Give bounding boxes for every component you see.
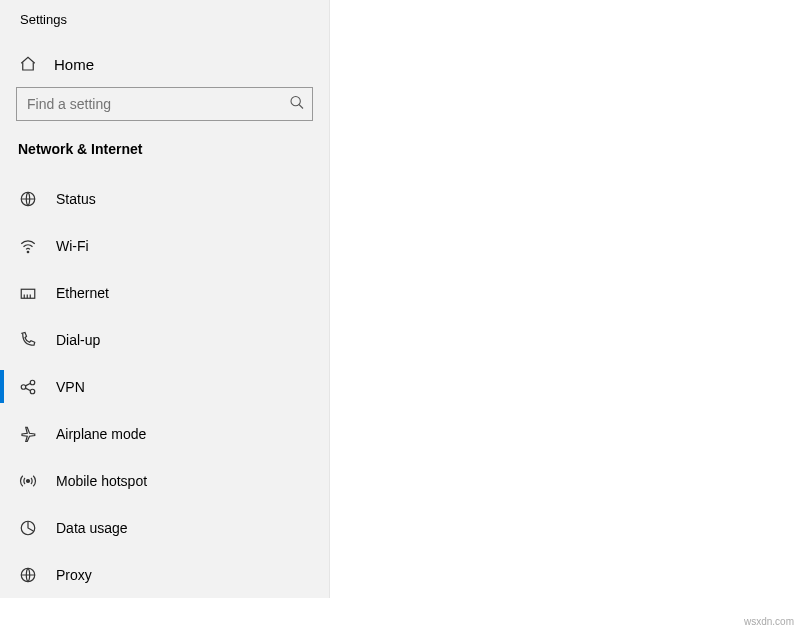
svg-point-5 — [21, 384, 26, 389]
svg-point-3 — [27, 251, 29, 253]
svg-point-6 — [30, 380, 35, 385]
proxy-icon — [18, 566, 38, 584]
sidebar-item-label: Wi-Fi — [56, 238, 89, 254]
sidebar-item-label: Ethernet — [56, 285, 109, 301]
sidebar-item-label: Status — [56, 191, 96, 207]
svg-point-0 — [291, 97, 300, 106]
sidebar-item-ethernet[interactable]: Ethernet — [0, 269, 329, 316]
sidebar-item-status[interactable]: Status — [0, 175, 329, 222]
home-icon — [18, 55, 38, 73]
hotspot-icon — [18, 472, 38, 490]
status-icon — [18, 190, 38, 208]
wifi-icon — [18, 237, 38, 255]
ethernet-icon — [18, 284, 38, 302]
airplane-icon — [18, 425, 38, 443]
sidebar-item-label: Dial-up — [56, 332, 100, 348]
sidebar-item-hotspot[interactable]: Mobile hotspot — [0, 457, 329, 504]
sidebar-nav: Status Wi-Fi Ethernet Dial-up VPN — [0, 175, 329, 598]
datausage-icon — [18, 519, 38, 537]
sidebar-item-label: VPN — [56, 379, 85, 395]
sidebar: Settings Home Network & Internet Status … — [0, 0, 330, 598]
sidebar-item-proxy[interactable]: Proxy — [0, 551, 329, 598]
watermark: wsxdn.com — [744, 616, 794, 627]
vpn-icon — [18, 378, 38, 396]
dialup-icon — [18, 331, 38, 349]
svg-rect-4 — [21, 289, 35, 298]
svg-point-8 — [27, 479, 30, 482]
sidebar-item-label: Data usage — [56, 520, 128, 536]
search-icon — [289, 95, 305, 114]
sidebar-item-dialup[interactable]: Dial-up — [0, 316, 329, 363]
main-content: VPN + Add a VPN connection my vpn — [0, 598, 800, 631]
sidebar-category: Network & Internet — [0, 141, 329, 175]
sidebar-item-airplane[interactable]: Airplane mode — [0, 410, 329, 457]
sidebar-item-label: Mobile hotspot — [56, 473, 147, 489]
search-box — [16, 87, 313, 121]
sidebar-item-vpn[interactable]: VPN — [0, 363, 329, 410]
search-input[interactable] — [16, 87, 313, 121]
sidebar-item-label: Airplane mode — [56, 426, 146, 442]
sidebar-item-datausage[interactable]: Data usage — [0, 504, 329, 551]
window-title: Settings — [0, 0, 329, 45]
svg-point-7 — [30, 389, 35, 394]
sidebar-home[interactable]: Home — [0, 45, 329, 87]
sidebar-home-label: Home — [54, 56, 94, 73]
sidebar-item-wifi[interactable]: Wi-Fi — [0, 222, 329, 269]
sidebar-item-label: Proxy — [56, 567, 92, 583]
svg-line-1 — [299, 105, 303, 109]
